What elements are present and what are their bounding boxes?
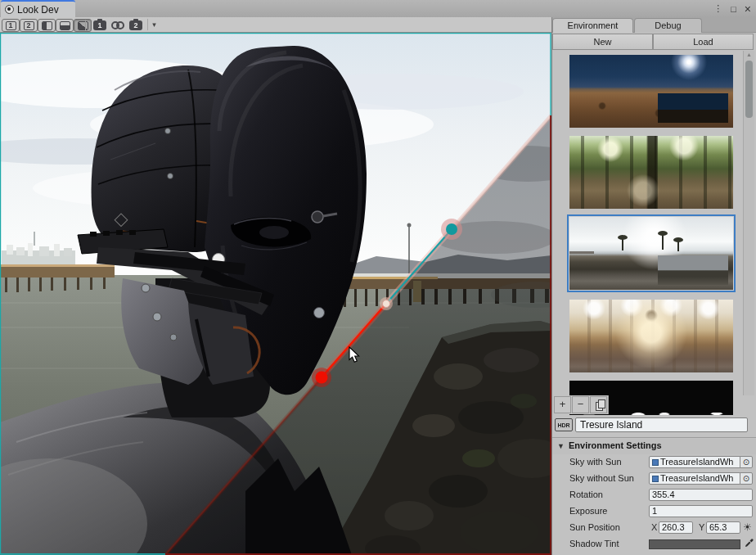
rotation-label: Rotation [569,490,603,499]
viewport-toolbar: 1 2 1 2 ▾ [0,17,551,33]
sky-without-sun-object-field[interactable]: TreasureIslandWh [649,472,740,485]
scroll-up-icon[interactable]: ▲ [746,52,752,57]
shadow-tint-label: Shadow Tint [569,539,619,548]
sky-with-sun-object-field[interactable]: TreasureIslandWh [649,456,740,468]
sun-position-label: Sun Position [569,522,620,532]
remove-environment-button[interactable]: − [572,396,589,413]
tab-look-dev[interactable]: Look Dev [1,0,75,17]
sky-without-sun-row: Sky without Sun TreasureIslandWh ⊙ [552,471,756,487]
lookdev-window: Look Dev ⋮ □ × 1 2 1 2 ▾ [0,0,756,555]
window-menu-icon[interactable]: ⋮ [713,3,722,14]
single-view-1-button[interactable]: 1 [2,19,20,32]
split-vertical-icon [43,22,47,29]
sky-with-sun-row: Sky with Sun TreasureIslandWh ⊙ [552,454,756,471]
scrollbar-thumb[interactable] [745,61,753,118]
hdri-thumbnail-treasure-island[interactable] [569,217,733,290]
shadow-tint-row: Shadow Tint [552,536,756,553]
load-button[interactable]: Load [653,34,754,50]
gizmo-shadow-handle[interactable] [316,372,328,384]
hdri-thumbnail-inset [658,93,728,123]
palm-tree [662,235,664,250]
thumbnail-pier [569,251,594,254]
split-vertical-button[interactable] [38,19,56,32]
exposure-label: Exposure [569,506,607,516]
shadow-tint-swatch[interactable] [649,539,740,549]
divider [552,437,756,438]
exposure-row: Exposure 1 [552,503,756,520]
environment-panel: Environment Debug New Load ▲ + − [551,17,756,555]
environment-settings-header[interactable]: ▼ Environment Settings [552,439,756,454]
eyedropper-icon[interactable] [745,539,754,549]
hdri-thumbnail-canyon[interactable] [569,55,733,128]
viewport-scene[interactable] [0,33,551,555]
gizmo-sun-handle[interactable] [446,223,457,235]
window-close-icon[interactable]: × [745,5,751,13]
link-environments-icon[interactable] [111,21,124,29]
lookdev-viewport: 1 2 1 2 ▾ [0,17,551,555]
split-horizontal-icon [61,25,70,29]
duplicate-environment-button[interactable] [590,396,607,413]
duplicate-icon [596,402,603,411]
environment-name-input[interactable] [575,417,748,432]
lookdev-eye-icon [5,5,14,14]
environment-1-badge[interactable]: 1 [93,20,106,30]
list-tools: + − [552,395,609,414]
sun-x-label: X [651,522,657,532]
sun-y-input[interactable]: 65.3 [706,521,740,534]
tab-environment[interactable]: Environment [552,18,633,33]
sun-icon[interactable]: ☀ [743,521,752,533]
cubemap-icon [652,476,659,482]
split-diagonal-button[interactable] [74,19,92,32]
sun-x-input[interactable]: 260.3 [659,521,693,534]
hdr-name-row: HDR [552,415,756,437]
hdri-thumbnail-inset [658,255,728,285]
palm-tree [677,241,679,251]
rotation-input[interactable]: 355.4 [649,489,753,501]
sky-without-sun-label: Sky without Sun [569,473,634,483]
exposure-input[interactable]: 1 [649,505,753,517]
sun-y-label: Y [699,522,704,532]
split-horizontal-button[interactable] [56,19,74,32]
sun-position-row: Sun Position X 260.3 Y 65.3 ☀ [552,520,756,536]
hdr-badge: HDR [555,418,573,431]
single-view-2-button[interactable]: 2 [20,19,38,32]
hdri-thumbnail-church[interactable] [569,300,733,372]
tab-debug[interactable]: Debug [634,18,702,33]
cubemap-icon [652,459,659,466]
thumbnail-scrollbar[interactable]: ▲ [743,51,754,395]
title-bar: Look Dev ⋮ □ × [0,0,756,17]
sky-with-sun-label: Sky with Sun [569,457,622,467]
palm-tree [622,239,623,250]
window-maximize-icon[interactable]: □ [731,4,736,14]
rotation-row: Rotation 355.4 [552,487,756,503]
new-button[interactable]: New [552,34,653,50]
object-picker-icon[interactable]: ⊙ [740,456,753,468]
hdri-thumbnail-forest[interactable] [569,136,733,209]
toolbar-separator [85,20,86,30]
chevron-down-icon[interactable]: ▾ [147,19,160,30]
object-picker-icon[interactable]: ⊙ [740,472,753,485]
environment-2-badge[interactable]: 2 [129,20,142,30]
tab-label: Look Dev [17,4,59,16]
panel-tab-bar: Environment Debug [552,17,756,33]
add-environment-button[interactable]: + [554,396,571,413]
foldout-triangle-icon[interactable]: ▼ [557,442,565,450]
